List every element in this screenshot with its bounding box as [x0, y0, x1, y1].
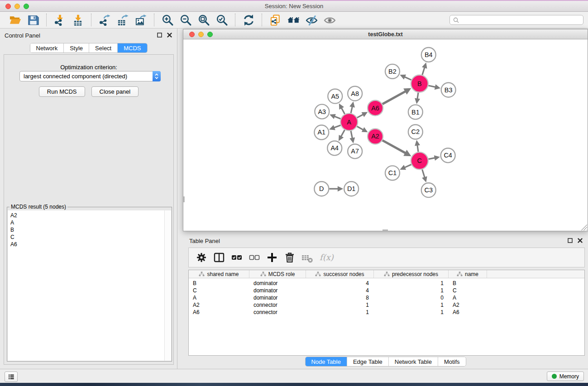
graph-edge-A-A2[interactable]	[357, 126, 368, 132]
memory-button[interactable]: Memory	[547, 372, 584, 381]
float-panel-icon[interactable]	[157, 33, 162, 38]
table-tab-motifs[interactable]: Motifs	[438, 357, 466, 366]
table-row[interactable]: A2connector11A2	[189, 301, 584, 309]
graph-node-A[interactable]: A	[340, 114, 358, 131]
float-panel-icon[interactable]	[568, 238, 573, 243]
graph-edge-C-C2[interactable]	[415, 140, 420, 152]
graph-edge-B-B2[interactable]	[400, 75, 411, 80]
graph-edge-D-D1[interactable]	[329, 186, 343, 191]
show-graphics-details-button[interactable]	[323, 14, 336, 26]
network-graph[interactable]: AA1A2A3A4A5A6A7A8BB1B2B3B4CC1C2C3C4DD1	[183, 39, 588, 231]
task-history-button[interactable]	[5, 372, 18, 382]
table-row[interactable]: A6connector11A6	[189, 309, 584, 316]
table-tab-edge-table[interactable]: Edge Table	[347, 357, 389, 366]
refresh-button[interactable]	[242, 14, 255, 26]
graph-edge-A-A7[interactable]	[349, 131, 355, 143]
column-header-MCDS-role[interactable]: MCDS role	[249, 270, 306, 278]
deselect-all-button[interactable]	[248, 251, 261, 264]
mcds-result-item[interactable]: B	[10, 226, 165, 234]
close-panel-button[interactable]: Close panel	[91, 86, 139, 97]
select-all-button[interactable]	[230, 251, 244, 264]
run-mcds-button[interactable]: Run MCDS	[39, 86, 85, 97]
graph-node-C1[interactable]: C1	[385, 166, 400, 180]
graph-edge-A2-C[interactable]	[382, 140, 411, 156]
graph-node-D[interactable]: D	[314, 181, 329, 196]
graph-edge-A6-B[interactable]	[382, 88, 411, 104]
tab-select[interactable]: Select	[89, 43, 118, 52]
mcds-result-item[interactable]: A	[10, 219, 165, 226]
graph-edge-A-A1[interactable]	[329, 125, 340, 130]
export-image-button[interactable]	[134, 14, 147, 26]
graph-edge-B-B1[interactable]	[415, 93, 420, 104]
graph-node-B3[interactable]: B3	[441, 83, 456, 97]
column-header-successor-nodes[interactable]: successor nodes	[306, 270, 374, 278]
graph-edge-A-A8[interactable]	[349, 101, 355, 113]
table-row[interactable]: Cdominator41C	[189, 287, 584, 294]
graph-node-C4[interactable]: C4	[441, 148, 455, 162]
graph-edge-B-B4[interactable]	[422, 62, 427, 75]
zoom-in-button[interactable]	[161, 14, 174, 26]
search-box[interactable]	[449, 15, 583, 25]
graph-edge-A-A5[interactable]	[339, 103, 345, 114]
graph-edge-C-C4[interactable]	[428, 155, 440, 161]
close-panel-icon[interactable]	[578, 238, 583, 243]
network-canvas[interactable]: AA1A2A3A4A5A6A7A8BB1B2B3B4CC1C2C3C4DD1	[183, 39, 588, 231]
optimization-select[interactable]: largest connected component (directed)	[19, 71, 161, 81]
mcds-result-item[interactable]: C	[10, 234, 165, 241]
birds-eye-view-button[interactable]	[287, 14, 300, 26]
zoom-selected-button[interactable]	[215, 14, 228, 26]
duplicate-network-button[interactable]	[269, 14, 282, 26]
graph-node-C3[interactable]: C3	[421, 183, 436, 197]
import-network-button[interactable]	[53, 14, 66, 26]
export-table-button[interactable]	[116, 14, 129, 26]
table-tab-node-table[interactable]: Node Table	[305, 357, 347, 366]
hide-graphics-details-button[interactable]	[305, 14, 318, 26]
tab-mcds[interactable]: MCDS	[118, 43, 147, 52]
column-header-name[interactable]: name	[449, 270, 487, 278]
graph-node-B[interactable]: B	[411, 75, 428, 92]
mcds-result-item[interactable]: A6	[10, 241, 165, 248]
graph-node-A3[interactable]: A3	[315, 105, 329, 119]
export-network-button[interactable]	[98, 14, 111, 26]
graph-edge-A-A3[interactable]	[330, 114, 340, 119]
zoom-out-button[interactable]	[179, 14, 192, 26]
table-row[interactable]: Bdominator41B	[189, 280, 584, 287]
save-session-button[interactable]	[27, 14, 39, 26]
graph-node-C2[interactable]: C2	[408, 125, 423, 139]
graph-node-D1[interactable]: D1	[344, 181, 359, 196]
columns-button[interactable]	[212, 251, 226, 264]
graph-node-C[interactable]: C	[411, 152, 428, 169]
graph-edge-A-A6[interactable]	[357, 112, 368, 118]
graph-edge-B-B3[interactable]	[428, 84, 440, 90]
result-scrollbar[interactable]	[164, 210, 171, 361]
column-header-shared-name[interactable]: shared name	[189, 270, 249, 278]
open-file-button[interactable]	[9, 14, 21, 26]
horizontal-scroll-thumb[interactable]	[382, 229, 388, 231]
graph-node-A8[interactable]: A8	[348, 86, 362, 101]
graph-node-A4[interactable]: A4	[327, 141, 342, 155]
graph-node-B4[interactable]: B4	[421, 48, 436, 62]
settings-button[interactable]	[195, 251, 208, 264]
table-row[interactable]: Adominator80A	[189, 294, 584, 301]
graph-edge-C-C1[interactable]	[400, 165, 411, 170]
close-panel-icon[interactable]	[167, 33, 172, 38]
graph-node-A7[interactable]: A7	[348, 144, 362, 158]
graph-node-A6[interactable]: A6	[368, 100, 383, 116]
table-tab-network-table[interactable]: Network Table	[389, 357, 438, 366]
search-input[interactable]	[461, 16, 583, 24]
delete-row-button[interactable]	[283, 251, 296, 264]
graph-edge-A-A4[interactable]	[339, 130, 345, 141]
graph-node-A2[interactable]: A2	[368, 129, 383, 144]
add-row-button[interactable]	[265, 251, 279, 264]
graph-node-A5[interactable]: A5	[328, 89, 342, 104]
mcds-result-item[interactable]: A2	[10, 212, 165, 219]
network-window-titlebar[interactable]: testGlobe.txt	[183, 29, 588, 39]
graph-node-B1[interactable]: B1	[408, 105, 423, 119]
import-table-button[interactable]	[72, 14, 84, 26]
tab-network[interactable]: Network	[30, 43, 64, 52]
graph-edge-C-C3[interactable]	[422, 169, 427, 182]
column-header-predecessor-nodes[interactable]: predecessor nodes	[374, 270, 449, 278]
delete-table-button[interactable]	[301, 251, 314, 264]
zoom-fit-button[interactable]	[197, 14, 210, 26]
function-button[interactable]: f(x)	[318, 251, 336, 264]
